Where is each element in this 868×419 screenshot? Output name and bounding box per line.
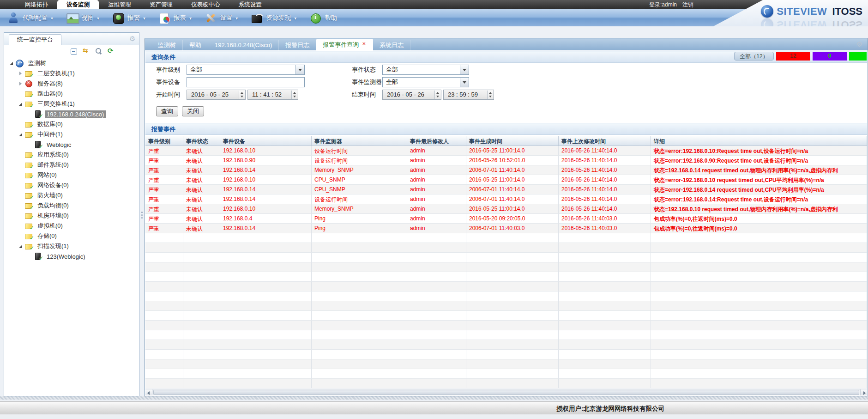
expander-icon[interactable] bbox=[18, 101, 24, 107]
expander-icon[interactable] bbox=[18, 81, 24, 86]
collapse-all-icon[interactable] bbox=[70, 48, 78, 55]
table-row[interactable]: 严重未确认192.168.0.90设备运行时间admin2016-05-26 1… bbox=[145, 156, 867, 165]
top-menu-item[interactable]: 系统设置 bbox=[229, 0, 271, 9]
refresh-icon[interactable] bbox=[108, 48, 115, 55]
logout-link[interactable]: 注销 bbox=[682, 0, 693, 9]
expander-icon[interactable] bbox=[18, 132, 24, 137]
top-menu-item[interactable]: 资产管理 bbox=[140, 0, 182, 9]
top-menu-item[interactable]: 网络拓扑 bbox=[16, 0, 57, 9]
column-header[interactable]: 事件最后修改人 bbox=[407, 136, 466, 146]
column-header[interactable]: 事件监测器 bbox=[312, 136, 407, 146]
column-header[interactable]: 事件状态 bbox=[183, 136, 220, 146]
main-tab[interactable]: 监测树 bbox=[151, 40, 183, 50]
table-row[interactable]: 严重未确认192.168.0.4Pingadmin2016-05-20 09:2… bbox=[145, 214, 867, 224]
table-row[interactable]: 严重未确认192.168.0.14CPU_SNMPadmin2006-07-01… bbox=[145, 185, 867, 194]
panel-splitter[interactable] bbox=[139, 32, 145, 396]
badge-warning[interactable]: 0 bbox=[813, 52, 847, 61]
table-row[interactable]: 严重未确认192.168.0.10CPU_SNMPadmin2016-05-25… bbox=[145, 175, 867, 185]
start-time-spinner[interactable]: 11 : 41 : 52 bbox=[247, 90, 298, 100]
chevron-down-icon[interactable] bbox=[460, 65, 469, 74]
table-cell bbox=[407, 311, 466, 320]
chevron-down-icon[interactable] bbox=[460, 78, 469, 87]
expander-icon[interactable] bbox=[18, 243, 24, 249]
scroll-right-icon[interactable] bbox=[860, 389, 867, 395]
tree-item[interactable]: 中间件(1) bbox=[4, 129, 139, 140]
sidebar-gear-icon[interactable] bbox=[129, 35, 137, 43]
column-header[interactable]: 事件设备 bbox=[220, 136, 312, 146]
spinner-arrows[interactable] bbox=[434, 91, 440, 99]
table-row[interactable]: 严重未确认192.168.0.10Memory_SNMPadmin2016-05… bbox=[145, 204, 867, 214]
tree-item[interactable]: 数据库(0) bbox=[4, 119, 139, 129]
top-menu-item[interactable]: 运维管理 bbox=[99, 0, 140, 9]
tree-item[interactable]: 192.168.0.248(Cisco) bbox=[4, 109, 139, 119]
tree-item[interactable]: 二层交换机(1) bbox=[4, 68, 139, 79]
table-row[interactable]: 严重未确认192.168.0.14Pingadmin2006-07-01 11:… bbox=[145, 224, 867, 233]
column-header[interactable]: 事件生成时间 bbox=[466, 136, 559, 146]
tree-item-label: 虚拟机(0) bbox=[36, 221, 65, 231]
event-status-label: 事件状态 bbox=[352, 65, 376, 75]
badge-normal[interactable] bbox=[849, 52, 867, 61]
horizontal-scrollbar[interactable] bbox=[145, 389, 867, 395]
tree-item[interactable]: 邮件系统(0) bbox=[4, 160, 139, 170]
spinner-arrows[interactable] bbox=[487, 91, 493, 99]
main-tab[interactable]: 帮助 bbox=[183, 40, 208, 50]
scroll-left-icon[interactable] bbox=[145, 389, 152, 395]
main-tab[interactable]: 192.168.0.248(Cisco) bbox=[208, 40, 279, 50]
table-row[interactable]: 严重未确认192.168.0.14Memory_SNMPadmin2006-07… bbox=[145, 165, 867, 175]
toolbar-button-help[interactable]: 帮助 bbox=[309, 12, 337, 24]
event-level-select[interactable]: 全部 bbox=[187, 65, 305, 75]
column-header[interactable]: 事件上次修改时间 bbox=[559, 136, 651, 146]
toolbar-button-discovery[interactable]: 资源发现 bbox=[251, 12, 296, 24]
tabstrip-gear-icon[interactable] bbox=[856, 41, 864, 48]
end-date-spinner[interactable]: 2016 - 05 - 26 bbox=[382, 90, 441, 100]
tree-item[interactable]: 监测树 bbox=[4, 58, 139, 68]
column-header[interactable]: 详细 bbox=[651, 136, 867, 146]
tree-item[interactable]: 应用系统(0) bbox=[4, 150, 139, 160]
tree-item[interactable]: Weblogic bbox=[4, 140, 139, 150]
chevron-down-icon[interactable] bbox=[295, 65, 304, 74]
tree-item[interactable]: 负载均衡(0) bbox=[4, 200, 139, 211]
toolbar-button-settings[interactable]: 设置 bbox=[205, 12, 238, 24]
top-menu-item[interactable]: 设备监测 bbox=[57, 0, 99, 9]
badge-critical[interactable]: 12 bbox=[776, 52, 810, 61]
tree-item[interactable]: 网络设备(0) bbox=[4, 180, 139, 190]
event-status-select[interactable]: 全部 bbox=[382, 65, 469, 75]
column-header[interactable]: 事件级别 bbox=[145, 136, 183, 146]
main-tab[interactable]: 报警日志 bbox=[279, 40, 316, 50]
spinner-arrows[interactable] bbox=[291, 91, 297, 99]
tree-item[interactable]: 服务器(8) bbox=[4, 79, 139, 89]
spinner-arrows[interactable] bbox=[239, 91, 245, 99]
expander-icon[interactable] bbox=[18, 71, 24, 76]
tree-item[interactable]: 机房环境(0) bbox=[4, 211, 139, 221]
top-menu-item[interactable]: 仪表板中心 bbox=[182, 0, 229, 9]
start-date-spinner[interactable]: 2016 - 05 - 25 bbox=[187, 90, 246, 100]
close-button[interactable]: 关闭 bbox=[182, 106, 204, 116]
search-button[interactable]: 查询 bbox=[156, 106, 178, 116]
toolbar-button-report[interactable]: 报表 bbox=[158, 12, 192, 24]
toolbar-button-alarm[interactable]: 报警 bbox=[112, 12, 145, 24]
close-icon[interactable] bbox=[362, 42, 367, 48]
tree-item[interactable]: 路由器(0) bbox=[4, 89, 139, 99]
search-icon[interactable] bbox=[95, 48, 102, 55]
main-tab[interactable]: 报警事件查询 bbox=[316, 39, 373, 50]
tree-item[interactable]: 存储(0) bbox=[4, 231, 139, 241]
tree-item[interactable]: 三层交换机(1) bbox=[4, 99, 139, 109]
main-tab[interactable]: 系统日志 bbox=[373, 40, 410, 50]
tree-item[interactable]: 防火墙(0) bbox=[4, 190, 139, 200]
event-monitor-select[interactable]: 全部 bbox=[382, 77, 469, 87]
tree-item[interactable]: 虚拟机(0) bbox=[4, 221, 139, 231]
toolbar-button-view[interactable]: 视图 bbox=[66, 12, 99, 24]
event-device-input[interactable] bbox=[187, 77, 305, 87]
table-row[interactable]: 严重未确认192.168.0.14设备运行时间admin2006-07-01 1… bbox=[145, 194, 867, 204]
tree-item[interactable]: 扫描发现(1) bbox=[4, 241, 139, 251]
table-row[interactable]: 严重未确认192.168.0.10设备运行时间admin2016-05-25 1… bbox=[145, 146, 867, 156]
end-time-spinner[interactable]: 23 : 59 : 59 bbox=[443, 90, 494, 100]
sidebar-tab-unified-monitoring[interactable]: 统一监控平台 bbox=[9, 34, 61, 45]
scrollbar-thumb[interactable] bbox=[153, 390, 859, 395]
badge-all[interactable]: 全部（12） bbox=[734, 52, 774, 61]
switch-view-icon[interactable] bbox=[83, 48, 90, 55]
expander-icon[interactable] bbox=[9, 61, 14, 66]
toolbar-button-agent[interactable]: 代理配置 bbox=[7, 12, 53, 24]
tree-item[interactable]: 123(Weblogic) bbox=[4, 251, 139, 261]
tree-item[interactable]: 网站(0) bbox=[4, 170, 139, 180]
